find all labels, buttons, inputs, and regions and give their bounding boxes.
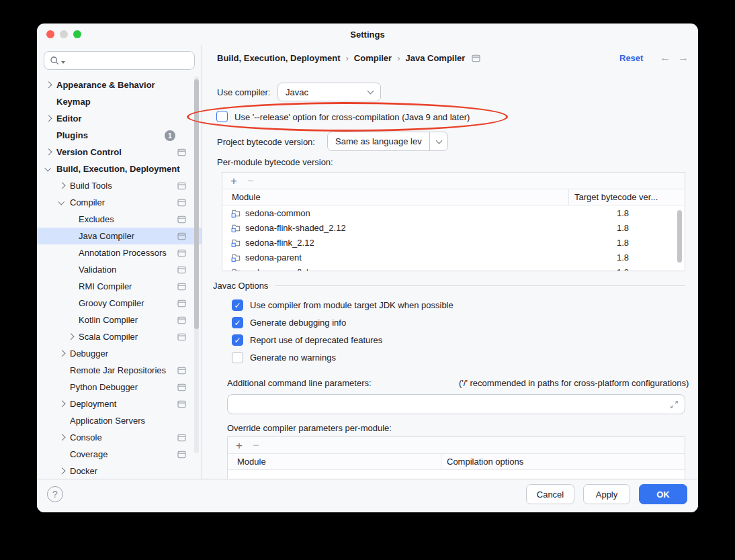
settings-window: Settings Appearance & BehaviorKeymapEdit… xyxy=(37,24,698,512)
use-compiler-select[interactable]: Javac xyxy=(277,83,381,101)
ok-button[interactable]: OK xyxy=(639,484,687,504)
chevron-right-icon[interactable] xyxy=(46,149,52,155)
sidebar-item-build-tools[interactable]: Build Tools xyxy=(37,177,202,194)
sidebar-item-excludes[interactable]: Excludes xyxy=(37,211,202,228)
release-option-checkbox[interactable] xyxy=(216,111,228,122)
sidebar-item-label: Build Tools xyxy=(70,181,112,191)
sidebar-item-appearance-behavior[interactable]: Appearance & Behavior xyxy=(37,77,202,93)
additional-params-input[interactable] xyxy=(227,394,685,414)
sidebar-item-console[interactable]: Console xyxy=(37,429,202,446)
generate-debugging-info-checkbox[interactable]: ✓ xyxy=(232,317,243,328)
add-icon[interactable]: + xyxy=(230,175,237,187)
module-row-sedona-common[interactable]: sedona-common1.8 xyxy=(222,205,685,220)
module-row-sedona-flink-2-12[interactable]: sedona-flink_2.121.8 xyxy=(222,235,685,250)
sidebar-item-deployment[interactable]: Deployment xyxy=(37,395,202,412)
use-compiler-from-module-target-jdk-when-possible-checkbox[interactable]: ✓ xyxy=(232,299,243,311)
sidebar-item-rmi-compiler[interactable]: RMI Compiler xyxy=(37,278,202,295)
sidebar-item-label: Debugger xyxy=(70,348,108,359)
per-project-settings-icon xyxy=(177,182,186,190)
chevron-down-icon[interactable] xyxy=(58,198,64,204)
option-row-use-compiler-from-module-target-jdk-when-possible: ✓Use compiler from module target JDK whe… xyxy=(232,299,453,311)
per-project-settings-icon xyxy=(177,216,186,224)
option-row-report-use-of-deprecated-features: ✓Report use of deprecated features xyxy=(232,334,382,346)
search-icon xyxy=(50,56,60,66)
report-use-of-deprecated-features-checkbox[interactable]: ✓ xyxy=(232,334,243,346)
module-row-sedona-flink-shaded-2-12[interactable]: sedona-flink-shaded_2.121.8 xyxy=(222,220,685,235)
table-scrollbar-thumb[interactable] xyxy=(677,210,682,263)
breadcrumb-item-build-execution-deployment[interactable]: Build, Execution, Deployment xyxy=(217,53,340,63)
per-module-label: Per-module bytecode version: xyxy=(217,157,333,167)
sidebar-item-kotlin-compiler[interactable]: Kotlin Compiler xyxy=(37,312,202,328)
sidebar-item-groovy-compiler[interactable]: Groovy Compiler xyxy=(37,295,202,312)
sidebar-item-debugger[interactable]: Debugger xyxy=(37,345,202,362)
remove-icon[interactable]: − xyxy=(253,440,259,451)
remove-icon[interactable]: − xyxy=(247,175,254,187)
sidebar-item-version-control[interactable]: Version Control xyxy=(37,144,202,160)
module-name: sedona-common xyxy=(245,208,310,218)
per-project-settings-icon xyxy=(177,333,186,341)
chevron-right-icon[interactable] xyxy=(59,468,65,474)
chevron-down-icon[interactable] xyxy=(45,165,51,171)
generate-no-warnings-checkbox[interactable] xyxy=(232,352,243,363)
sidebar-item-plugins[interactable]: Plugins1 xyxy=(37,127,202,144)
sidebar-item-annotation-processors[interactable]: Annotation Processors xyxy=(37,244,202,261)
footer: ? Cancel Apply OK xyxy=(37,479,698,512)
sidebar-item-coverage[interactable]: Coverage xyxy=(37,446,202,463)
reset-button[interactable]: Reset xyxy=(619,53,643,63)
sidebar-item-label: Console xyxy=(70,432,102,442)
per-project-settings-icon xyxy=(177,299,186,308)
override-params-label: Override compiler parameters per-module: xyxy=(227,423,392,433)
plugins-count-badge: 1 xyxy=(165,130,175,141)
sidebar-item-label: Excludes xyxy=(79,214,114,224)
chevron-right-icon[interactable] xyxy=(59,351,65,357)
per-project-settings-icon xyxy=(177,451,186,459)
sidebar-item-application-servers[interactable]: Application Servers xyxy=(37,412,202,429)
breadcrumb-item-java-compiler[interactable]: Java Compiler xyxy=(406,53,466,63)
sidebar-item-java-compiler[interactable]: Java Compiler xyxy=(37,228,202,244)
sidebar-item-python-debugger[interactable]: Python Debugger xyxy=(37,379,202,395)
breadcrumb-separator: › xyxy=(397,53,400,63)
module-row-sedona-snowflake[interactable]: sedona-snowflake1.8 xyxy=(222,265,685,271)
chevron-right-icon[interactable] xyxy=(68,334,74,340)
sidebar-item-keymap[interactable]: Keymap xyxy=(37,93,202,110)
back-arrow-icon[interactable]: ← xyxy=(660,52,671,64)
sidebar-item-remote-jar-repositories[interactable]: Remote Jar Repositories xyxy=(37,362,202,379)
chevron-right-icon[interactable] xyxy=(59,401,65,407)
sidebar-item-label: Keymap xyxy=(56,97,91,107)
chevron-right-icon[interactable] xyxy=(46,115,52,122)
search-input[interactable] xyxy=(44,51,195,70)
cancel-button[interactable]: Cancel xyxy=(526,484,574,504)
breadcrumb-item-compiler[interactable]: Compiler xyxy=(354,53,392,63)
project-bytecode-combobox[interactable]: Same as language lev xyxy=(327,132,448,151)
help-icon[interactable]: ? xyxy=(47,486,63,502)
module-row-sedona-parent[interactable]: sedona-parent1.8 xyxy=(222,250,685,265)
checkmark-icon: ✓ xyxy=(234,336,241,344)
sidebar-item-docker[interactable]: Docker xyxy=(37,463,202,479)
sidebar-item-compiler[interactable]: Compiler xyxy=(37,194,202,211)
sidebar-item-editor[interactable]: Editor xyxy=(37,110,202,127)
option-label: Report use of deprecated features xyxy=(250,335,382,345)
chevron-right-icon[interactable] xyxy=(46,82,52,88)
apply-button[interactable]: Apply xyxy=(583,484,630,504)
sidebar-item-validation[interactable]: Validation xyxy=(37,261,202,278)
search-options-caret-icon[interactable] xyxy=(61,61,65,64)
release-option-label: Use '--release' option for cross-compila… xyxy=(234,112,470,122)
sidebar-item-label: Annotation Processors xyxy=(79,248,167,258)
chevron-right-icon[interactable] xyxy=(59,183,65,189)
option-label: Use compiler from module target JDK when… xyxy=(250,300,453,310)
column-header-module[interactable]: Module xyxy=(222,192,568,202)
column-header-compilation-options[interactable]: Compilation options xyxy=(441,457,523,467)
chevron-right-icon[interactable] xyxy=(59,434,65,440)
combobox-chevron-cell[interactable] xyxy=(430,140,447,143)
sidebar-scrollbar-thumb[interactable] xyxy=(194,79,199,329)
sidebar-item-scala-compiler[interactable]: Scala Compiler xyxy=(37,328,202,345)
column-header-target-bytecode[interactable]: Target bytecode ver... xyxy=(569,192,658,202)
per-project-settings-icon xyxy=(177,199,186,207)
per-project-settings-icon xyxy=(177,383,186,391)
add-icon[interactable]: + xyxy=(236,440,243,451)
expand-field-icon[interactable] xyxy=(670,400,679,411)
sidebar-item-label: Compiler xyxy=(70,197,105,207)
sidebar-item-build-execution-deployment[interactable]: Build, Execution, Deployment xyxy=(37,160,202,177)
column-header-module[interactable]: Module xyxy=(228,457,441,467)
forward-arrow-icon[interactable]: → xyxy=(678,52,689,64)
